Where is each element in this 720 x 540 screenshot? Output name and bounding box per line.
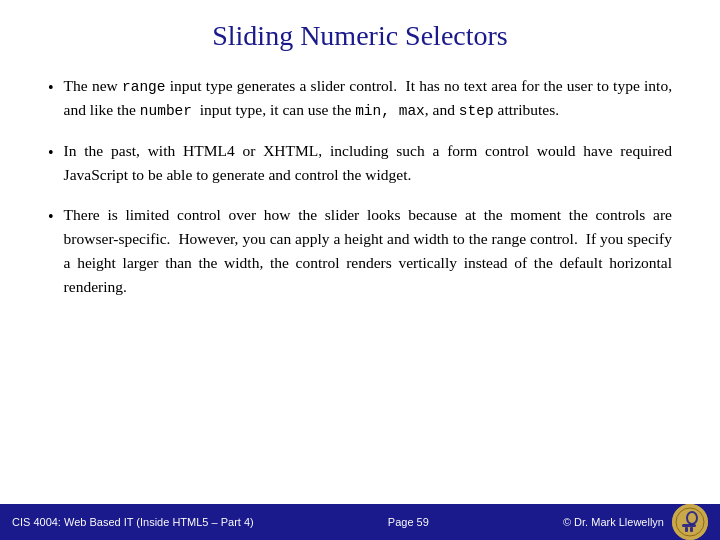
bullet-item-2: • In the past, with HTML4 or XHTML, incl… <box>48 139 672 187</box>
bullet-text-3: There is limited control over how the sl… <box>64 203 672 299</box>
footer-course-info: CIS 4004: Web Based IT (Inside HTML5 – P… <box>12 516 254 528</box>
footer-copyright: © Dr. Mark Llewellyn <box>563 516 664 528</box>
code-step: step <box>459 103 494 119</box>
code-number: number <box>140 103 192 119</box>
code-min-max: min, max <box>355 103 425 119</box>
bullet-dot-2: • <box>48 141 54 166</box>
footer-right-group: © Dr. Mark Llewellyn <box>563 504 708 540</box>
slide-footer: CIS 4004: Web Based IT (Inside HTML5 – P… <box>0 504 720 540</box>
svg-rect-4 <box>682 524 696 527</box>
main-content: Sliding Numeric Selectors • The new rang… <box>0 0 720 504</box>
slide-container: Sliding Numeric Selectors • The new rang… <box>0 0 720 540</box>
bullet-text-1: The new range input type generates a sli… <box>64 74 672 123</box>
bullet-item-1: • The new range input type generates a s… <box>48 74 672 123</box>
bullet-text-2: In the past, with HTML4 or XHTML, includ… <box>64 139 672 187</box>
svg-point-3 <box>688 513 696 523</box>
bullet-dot-3: • <box>48 205 54 230</box>
svg-rect-6 <box>690 527 693 532</box>
code-range: range <box>122 79 166 95</box>
bullet-dot-1: • <box>48 76 54 101</box>
ucf-logo-icon <box>672 504 708 540</box>
svg-rect-5 <box>685 527 688 532</box>
bullet-item-3: • There is limited control over how the … <box>48 203 672 299</box>
bullet-list: • The new range input type generates a s… <box>48 74 672 299</box>
footer-page-number: Page 59 <box>388 516 429 528</box>
slide-title: Sliding Numeric Selectors <box>48 20 672 52</box>
